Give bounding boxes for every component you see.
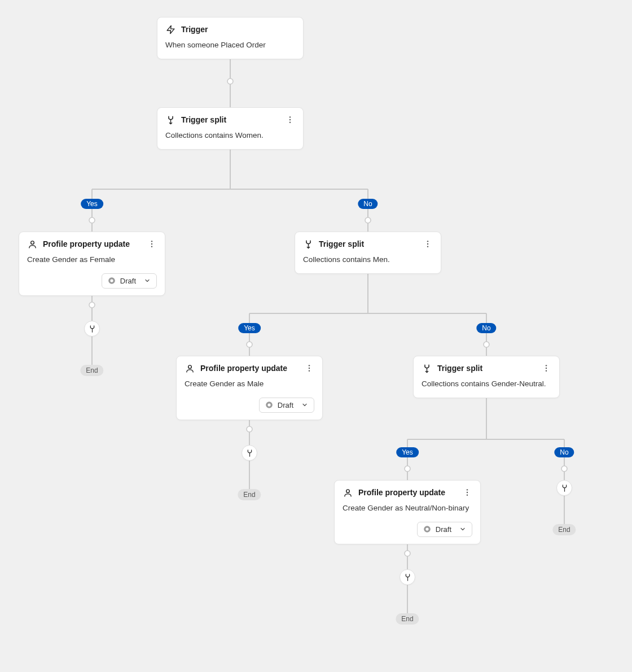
- more-menu[interactable]: [285, 115, 295, 125]
- svg-point-23: [188, 365, 191, 368]
- end-badge: End: [552, 524, 576, 535]
- end-badge: End: [238, 489, 261, 500]
- more-menu[interactable]: [541, 363, 551, 373]
- add-step-button[interactable]: [84, 321, 100, 337]
- status-label: Draft: [120, 277, 136, 285]
- svg-point-6: [247, 426, 252, 432]
- card-title: Profile property update: [200, 364, 299, 373]
- card-title: Trigger split: [319, 239, 417, 248]
- split-icon: [165, 115, 175, 125]
- draft-status-icon: [108, 277, 116, 285]
- draft-status-icon: [265, 401, 273, 409]
- end-badge: End: [396, 613, 419, 625]
- profile-update-card-female[interactable]: Profile property update Create Gender as…: [19, 232, 165, 296]
- svg-point-17: [151, 246, 152, 247]
- profile-update-card-neutral[interactable]: Profile property update Create Gender as…: [334, 480, 481, 544]
- branch-badge-no: No: [476, 323, 496, 333]
- chevron-down-icon: [459, 526, 466, 533]
- svg-point-0: [227, 78, 233, 84]
- svg-point-15: [151, 241, 152, 242]
- svg-point-29: [546, 365, 547, 366]
- person-icon: [343, 487, 353, 498]
- more-menu[interactable]: [423, 239, 433, 249]
- end-badge: End: [80, 365, 103, 376]
- add-step-button[interactable]: [242, 445, 257, 461]
- chevron-down-icon: [301, 402, 308, 408]
- svg-point-11: [289, 116, 291, 117]
- card-desc: Create Gender as Female: [27, 255, 157, 265]
- svg-point-16: [151, 243, 152, 245]
- svg-point-13: [289, 121, 291, 123]
- card-title: Profile property update: [43, 239, 141, 248]
- card-title: Profile property update: [358, 488, 457, 497]
- card-desc: Collections contains Men.: [303, 255, 433, 265]
- card-desc: Create Gender as Neutral/Non-binary: [343, 503, 472, 514]
- draft-status-icon: [423, 525, 431, 533]
- svg-point-5: [484, 342, 489, 347]
- svg-point-21: [427, 243, 428, 245]
- svg-point-34: [467, 492, 468, 493]
- branch-badge-yes: Yes: [396, 447, 419, 457]
- card-desc: When someone Placed Order: [165, 40, 295, 51]
- status-dropdown[interactable]: Draft: [259, 398, 314, 413]
- svg-point-1: [89, 217, 95, 223]
- branch-badge-yes: Yes: [81, 199, 103, 209]
- status-dropdown[interactable]: Draft: [417, 522, 472, 537]
- add-step-button[interactable]: [400, 569, 415, 585]
- svg-point-35: [467, 494, 468, 495]
- split-card-women[interactable]: Trigger split Collections contains Women…: [157, 107, 304, 150]
- card-title: Trigger: [181, 25, 295, 34]
- svg-point-2: [365, 217, 371, 223]
- trigger-card[interactable]: Trigger When someone Placed Order: [157, 17, 304, 59]
- more-menu[interactable]: [462, 487, 472, 498]
- svg-point-26: [309, 370, 310, 371]
- svg-point-12: [289, 119, 291, 120]
- svg-point-32: [346, 489, 349, 492]
- split-icon: [303, 239, 313, 249]
- card-title: Trigger split: [437, 364, 536, 373]
- branch-badge-no: No: [358, 199, 378, 209]
- card-title: Trigger split: [181, 115, 279, 124]
- svg-marker-10: [167, 25, 174, 33]
- svg-point-30: [546, 368, 547, 369]
- branch-badge-no: No: [554, 447, 574, 457]
- status-label: Draft: [278, 401, 293, 409]
- svg-point-33: [467, 489, 468, 490]
- bolt-icon: [165, 24, 175, 34]
- flow-canvas[interactable]: Trigger When someone Placed Order Trigge…: [0, 0, 632, 672]
- split-icon: [422, 363, 432, 373]
- split-card-men[interactable]: Trigger split Collections contains Men.: [295, 232, 441, 274]
- svg-point-20: [427, 241, 428, 242]
- svg-point-4: [247, 342, 252, 347]
- status-label: Draft: [436, 525, 451, 534]
- card-desc: Collections contains Women.: [165, 130, 295, 141]
- more-menu[interactable]: [304, 363, 314, 373]
- profile-update-card-male[interactable]: Profile property update Create Gender as…: [176, 356, 323, 420]
- svg-point-7: [405, 466, 410, 472]
- branch-badge-yes: Yes: [238, 323, 261, 333]
- svg-point-28: [267, 404, 270, 407]
- svg-point-25: [309, 368, 310, 369]
- svg-point-22: [427, 246, 428, 247]
- svg-point-19: [110, 280, 113, 282]
- svg-point-37: [425, 528, 428, 531]
- chevron-down-icon: [144, 277, 151, 284]
- split-card-neutral[interactable]: Trigger split Collections contains Gende…: [413, 356, 560, 398]
- status-dropdown[interactable]: Draft: [102, 273, 157, 289]
- svg-point-14: [30, 241, 34, 244]
- add-step-button[interactable]: [556, 480, 572, 496]
- person-icon: [185, 363, 195, 373]
- card-desc: Collections contains Gender-Neutral.: [422, 379, 551, 390]
- svg-point-8: [561, 466, 567, 472]
- more-menu[interactable]: [147, 239, 157, 249]
- person-icon: [27, 239, 37, 249]
- svg-point-9: [405, 551, 410, 556]
- svg-point-3: [89, 302, 95, 308]
- svg-point-31: [546, 370, 547, 371]
- svg-point-24: [309, 365, 310, 366]
- card-desc: Create Gender as Male: [185, 379, 314, 390]
